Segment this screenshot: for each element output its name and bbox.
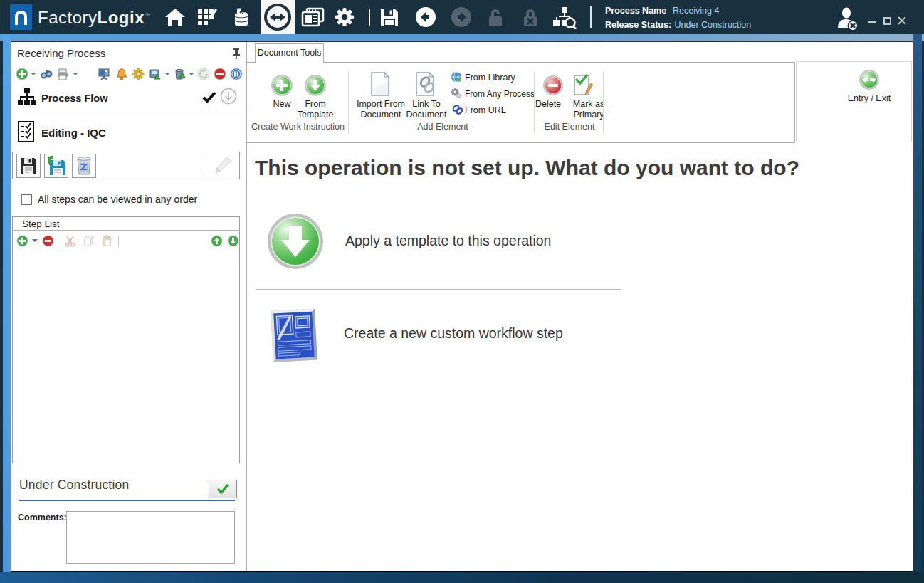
receiving-process-panel: Receiving Process: [11, 42, 246, 571]
create-step-icon[interactable]: [269, 304, 320, 368]
ribbon-link-doc-icon[interactable]: [415, 72, 436, 96]
step-toolbar-separator: [58, 236, 58, 247]
ribbon-from-template-icon[interactable]: [305, 75, 326, 96]
ribbon-mark-primary-icon[interactable]: [573, 74, 593, 97]
settings-gear-icon[interactable]: [334, 7, 355, 27]
window-minimize-button[interactable]: [868, 21, 876, 23]
entry-exit-label[interactable]: Entry / Exit: [841, 93, 898, 104]
pin-icon[interactable]: [231, 48, 242, 59]
window-close-button[interactable]: [897, 16, 907, 26]
bell-icon[interactable]: [115, 68, 128, 80]
step-list-title: Step List: [13, 217, 239, 231]
status-underline: [19, 500, 235, 501]
editing-status-label: Editing - IQC: [41, 127, 106, 139]
comments-label: Comments:: [18, 513, 67, 522]
process-flow-check-icon: [202, 90, 216, 104]
step-copy-icon-disabled[interactable]: [83, 235, 95, 247]
window-maximize-button[interactable]: [883, 17, 891, 25]
brand-text: FactoryLogix™: [38, 8, 151, 28]
release-status-label: Release Status:: [605, 20, 671, 30]
window-bottom-border: [0, 572, 924, 583]
tab-document-tools[interactable]: Document Tools: [255, 43, 324, 63]
lock-revoke-icon-disabled[interactable]: [520, 8, 540, 28]
export-dropdown-caret[interactable]: [189, 73, 194, 78]
document-buttons-box: [12, 152, 240, 179]
main-heading: This operation is not set up. What do yo…: [255, 156, 799, 180]
collapse-arrow-icon[interactable]: [220, 88, 237, 105]
process-search-icon[interactable]: [553, 6, 577, 29]
toolbar-separator: [369, 9, 370, 26]
step-paste-icon-disabled[interactable]: [101, 235, 113, 247]
pause-icon[interactable]: [230, 68, 243, 80]
entry-exit-icon[interactable]: [859, 70, 879, 90]
editing-checklist-icon: [18, 121, 36, 142]
step-move-up-icon[interactable]: [211, 235, 223, 247]
approve-button[interactable]: [209, 480, 237, 498]
process-definition-active-tab[interactable]: [261, 0, 295, 34]
any-order-checkbox[interactable]: [21, 194, 32, 205]
ribbon-delete-icon[interactable]: [543, 75, 563, 95]
import-dropdown-caret[interactable]: [164, 73, 170, 78]
create-step-label[interactable]: Create a new custom workflow step: [344, 325, 563, 342]
forward-icon-disabled[interactable]: [451, 6, 472, 28]
window-left-border: [3, 34, 11, 572]
apply-template-icon[interactable]: [268, 214, 323, 269]
add-icon[interactable]: [16, 68, 28, 80]
ribbon-group-create-label: Create Work Instruction: [251, 122, 345, 132]
ribbon-delete-label[interactable]: Delete: [527, 99, 569, 110]
panel-title: Receiving Process: [17, 47, 105, 59]
process-flow-label[interactable]: Process Flow: [41, 93, 107, 104]
apply-template-label[interactable]: Apply a template to this operation: [345, 233, 551, 249]
ribbon-new-icon[interactable]: [271, 75, 293, 96]
step-remove-icon[interactable]: [42, 235, 54, 247]
from-library-label[interactable]: From Library: [465, 73, 550, 83]
ribbon-separator-3: [603, 72, 604, 133]
step-add-icon[interactable]: [16, 235, 28, 247]
comments-textarea[interactable]: [66, 511, 235, 564]
save-as-template-button[interactable]: [44, 154, 68, 178]
import-process-icon[interactable]: [149, 68, 162, 80]
step-cut-icon-disabled[interactable]: [64, 235, 76, 247]
edit-document-button-disabled[interactable]: [211, 154, 233, 176]
plan-edit-icon[interactable]: [197, 7, 219, 27]
ribbon-import-doc-icon[interactable]: [370, 72, 390, 96]
step-move-down-icon[interactable]: [227, 235, 239, 247]
ribbon-mark-primary-label[interactable]: Mark as Primary: [565, 99, 612, 120]
process-info: Process Name Receiving 4 Release Status:…: [605, 4, 751, 31]
presentation-icon[interactable]: [98, 68, 110, 80]
refresh-icon-disabled[interactable]: [197, 68, 210, 80]
from-url-icon[interactable]: [452, 104, 463, 115]
back-icon[interactable]: [415, 6, 436, 28]
buttons-separator: [204, 155, 204, 176]
find-icon[interactable]: [40, 68, 53, 80]
release-status-title: Under Construction: [19, 478, 129, 493]
step-add-caret[interactable]: [32, 239, 38, 245]
add-dropdown-caret[interactable]: [31, 73, 36, 78]
documents-icon[interactable]: [301, 7, 325, 27]
release-status-value: Under Construction: [675, 20, 752, 30]
config-gear-icon[interactable]: [132, 68, 145, 80]
print-icon[interactable]: [56, 68, 69, 80]
any-order-checkbox-label: All steps can be viewed in any order: [38, 194, 197, 205]
print-dropdown-caret[interactable]: [73, 73, 78, 78]
save-document-button[interactable]: [16, 154, 41, 178]
remove-icon[interactable]: [214, 68, 226, 80]
save-icon[interactable]: [379, 8, 399, 28]
unlock-icon-disabled[interactable]: [485, 8, 505, 28]
window-right-border: [913, 34, 922, 572]
materials-icon[interactable]: [231, 7, 252, 27]
from-any-process-label[interactable]: From Any Process: [465, 89, 557, 100]
delete-document-button[interactable]: [72, 154, 96, 178]
accent-strip: [0, 34, 924, 41]
from-library-icon[interactable]: [451, 71, 462, 83]
info-separator: [590, 6, 592, 28]
user-logout-icon[interactable]: [834, 6, 860, 32]
ribbon-from-template-label[interactable]: From Template: [290, 99, 340, 120]
export-process-icon[interactable]: [173, 68, 186, 80]
home-icon[interactable]: [164, 7, 186, 27]
step-list-box: Step List: [12, 216, 240, 463]
from-any-process-icon[interactable]: [451, 88, 462, 99]
ribbon-group-add-label: Add Element: [350, 122, 535, 132]
ribbon-link-doc-label[interactable]: Link To Document: [394, 99, 458, 120]
process-flow-icon: [17, 88, 37, 107]
